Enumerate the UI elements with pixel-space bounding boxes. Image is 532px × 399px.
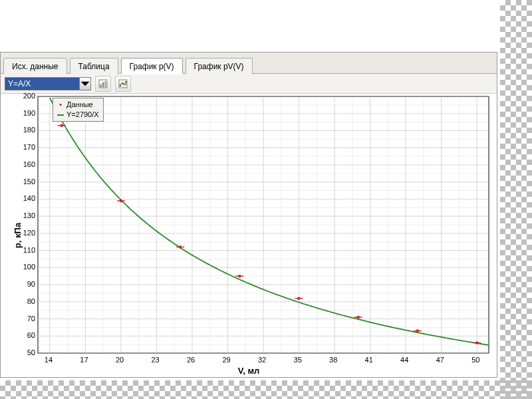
x-tick: 26	[187, 356, 195, 364]
tab-0[interactable]: Исх. данные	[3, 58, 67, 74]
fit-formula-select[interactable]: Y=A/X	[5, 77, 91, 90]
fit-formula-value: Y=A/X	[5, 78, 79, 90]
legend-data-label: Данные	[66, 100, 93, 110]
legend-item-data: • Данные	[57, 100, 99, 110]
x-tick: 14	[45, 356, 53, 364]
svg-rect-2	[102, 82, 104, 87]
legend-item-fit: Y=2790/X	[57, 110, 99, 120]
svg-point-6	[122, 83, 124, 84]
svg-point-76	[357, 316, 360, 319]
y-tick: 110	[15, 246, 35, 254]
fit-curve-icon[interactable]	[115, 76, 131, 92]
y-tick: 190	[15, 109, 35, 117]
legend-fit-label: Y=2790/X	[66, 110, 99, 120]
svg-point-5	[120, 85, 121, 86]
y-tick: 140	[15, 194, 35, 202]
svg-point-68	[120, 200, 122, 202]
svg-point-70	[179, 245, 182, 248]
y-tick: 200	[15, 92, 35, 100]
slide-border-right	[500, 0, 532, 399]
svg-point-80	[475, 341, 478, 344]
svg-point-72	[238, 275, 241, 277]
x-tick: 32	[258, 356, 266, 364]
y-tick: 80	[15, 297, 35, 305]
chart-toolbar: Y=A/X	[1, 74, 497, 94]
y-tick: 100	[15, 263, 35, 271]
svg-point-78	[416, 329, 419, 332]
svg-rect-1	[100, 84, 102, 87]
x-tick: 23	[151, 356, 159, 364]
svg-point-74	[297, 297, 300, 299]
y-tick: 60	[15, 331, 35, 339]
svg-point-66	[60, 124, 63, 127]
y-tick: 90	[15, 280, 35, 288]
y-tick: 180	[15, 126, 35, 134]
y-tick: 170	[15, 143, 35, 151]
bar-chart-icon[interactable]	[95, 76, 111, 92]
line-marker-icon	[57, 114, 64, 116]
x-tick: 20	[116, 356, 124, 364]
svg-point-7	[125, 81, 126, 82]
y-tick: 160	[15, 160, 35, 168]
x-tick: 44	[400, 356, 408, 364]
x-tick: 17	[80, 356, 88, 364]
x-tick: 38	[329, 356, 337, 364]
app-window: Исх. данныеТаблицаГрафик p(V)График pV(V…	[0, 52, 497, 378]
svg-rect-3	[105, 81, 106, 87]
y-tick: 70	[15, 315, 35, 323]
chart-area: p, кПа V, мл • Данные Y=2790/X 141720232…	[1, 94, 497, 377]
chart-legend: • Данные Y=2790/X	[53, 98, 104, 122]
x-tick: 47	[436, 356, 444, 364]
y-tick: 130	[15, 211, 35, 219]
chart-canvas	[1, 94, 497, 377]
tab-2[interactable]: График p(V)	[121, 58, 183, 74]
chevron-down-icon[interactable]	[79, 78, 90, 90]
x-tick: 35	[294, 356, 302, 364]
y-tick: 50	[15, 348, 35, 356]
y-tick: 150	[15, 178, 35, 186]
y-tick: 120	[15, 229, 35, 237]
x-tick: 29	[222, 356, 230, 364]
slide-border-bottom	[0, 380, 532, 399]
point-marker-icon: •	[57, 100, 64, 110]
x-tick: 41	[365, 356, 373, 364]
tab-1[interactable]: Таблица	[70, 58, 118, 74]
tab-bar: Исх. данныеТаблицаГрафик p(V)График pV(V…	[1, 53, 497, 74]
tab-3[interactable]: График pV(V)	[186, 58, 253, 74]
x-tick: 50	[471, 356, 479, 364]
